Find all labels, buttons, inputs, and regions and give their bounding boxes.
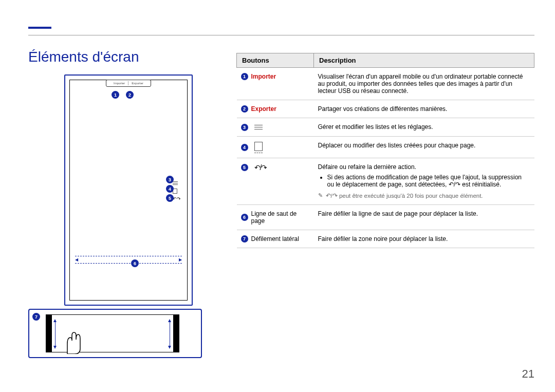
desc-1: Visualiser l'écran d'un appareil mobile … [314,68,534,100]
page-number: 21 [522,367,534,381]
scroll-arrow-left [55,321,55,347]
scroll-zone [46,314,179,352]
device-screen-diagram: Importer Exporter ↶↷ ◀▶ 1 2 3 4 5 [64,74,193,306]
num-5: 5 [241,164,248,171]
table-row: 3 Gérer et modifier les listes et les ré… [237,118,534,137]
table-row: 5↶/↷ Défaire ou refaire la dernière acti… [237,158,534,205]
label-importer: Importer [251,73,276,80]
header-rule [28,35,534,35]
callout-5: 5 [166,194,174,202]
table-row: 4 Déplacer ou modifier des listes créées… [237,137,534,158]
table-row: 2Exporter Partager vos créations de diff… [237,100,534,118]
desc-5-bullet: Si des actions de modification de page t… [327,174,530,188]
diagram-area: Importer Exporter ↶↷ ◀▶ 1 2 3 4 5 [28,74,203,358]
desc-7: Faire défiler la zone noire pour déplace… [314,230,534,248]
undo-redo-icon: ↶/↷ [254,163,267,172]
callout-4: 4 [166,185,174,193]
pencil-icon: ✎ [318,192,323,199]
diagram-export-label: Exporter [132,82,143,85]
side-icons: ↶↷ [173,180,180,204]
num-2: 2 [241,105,248,113]
diagram-import-label: Importer [114,82,125,85]
label-page-break: Ligne de saut de page [251,210,310,225]
page-nav-icon [254,142,263,153]
table-row: 7Défilement latéral Faire défiler la zon… [237,230,534,248]
desc-5-line1: Défaire ou refaire la dernière action. [318,163,530,171]
table-row: 1Importer Visualiser l'écran d'un appare… [237,68,534,100]
top-buttons-bar: Importer Exporter [106,80,151,87]
page-title: Éléments d'écran [28,49,139,65]
col-buttons: Boutons [237,53,314,68]
side-scroll-diagram: 7 [28,309,202,358]
label-side-scroll: Défilement latéral [251,235,299,242]
desc-6: Faire défiler la ligne de saut de page p… [314,205,534,230]
callout-2: 2 [126,91,134,99]
table-row: 6Ligne de saut de page Faire défiler la … [237,205,534,230]
hand-icon [63,328,84,354]
num-7: 7 [241,235,248,242]
desc-2: Partager vos créations de différentes ma… [314,100,534,118]
col-description: Description [314,53,534,68]
desc-5-note: ✎ ↶/↷ peut être exécuté jusqu'à 20 fois … [318,192,530,199]
num-3: 3 [241,124,248,131]
callout-7: 7 [32,313,40,321]
desc-3: Gérer et modifier les listes et les régl… [314,118,534,137]
list-icon [173,180,178,186]
list-icon [254,123,263,131]
num-6: 6 [241,214,248,221]
callout-3: 3 [166,176,174,183]
label-exporter: Exporter [251,105,276,113]
num-1: 1 [241,73,248,80]
num-4: 4 [241,144,248,151]
header-accent [28,27,51,29]
scroll-arrow-right [170,321,170,347]
callout-1: 1 [112,91,119,99]
description-table-wrap: Boutons Description 1Importer Visualiser… [236,53,534,248]
callout-6: 6 [131,259,139,267]
separator [128,81,128,85]
desc-5: Défaire ou refaire la dernière action. S… [314,158,534,205]
description-table: Boutons Description 1Importer Visualiser… [236,53,534,248]
manual-page: Éléments d'écran Importer Exporter ↶↷ ◀▶ [0,0,555,392]
undo-redo-icon: ↶↷ [173,196,181,201]
desc-4: Déplacer ou modifier des listes créées p… [314,137,534,158]
page-break-line: ◀▶ [75,256,182,263]
